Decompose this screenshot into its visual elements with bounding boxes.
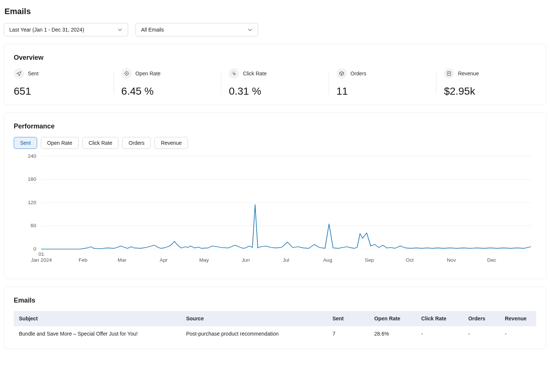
svg-text:Jun: Jun [242,258,250,263]
metric-value: 0.31 % [229,85,318,97]
table-cell: Post-purchase product recommendation [181,326,327,342]
col-click-rate[interactable]: Click Rate [416,311,463,326]
date-range-value: Last Year (Jan 1 - Dec 31, 2024) [9,27,84,33]
metric-value: 6.45 % [121,85,210,97]
col-source[interactable]: Source [181,311,327,326]
tab-orders[interactable]: Orders [122,137,151,149]
open-icon [121,68,132,79]
date-range-dropdown[interactable]: Last Year (Jan 1 - Dec 31, 2024) [4,23,128,36]
svg-text:120: 120 [28,200,36,205]
svg-rect-2 [448,72,451,76]
overview-title: Overview [14,54,536,62]
metric-label: Orders [351,71,367,76]
table-cell: - [416,326,463,342]
metric-label: Revenue [458,71,479,76]
tab-revenue[interactable]: Revenue [154,137,188,149]
performance-title: Performance [14,122,536,130]
table-cell: Bundle and Save More – Special Offer Jus… [14,326,181,342]
svg-text:Jul: Jul [283,258,289,263]
metric-click_rate: Click Rate0.31 % [229,68,321,97]
performance-chart: 06012018024001Jan 2024FebMarAprMayJunJul… [14,153,536,271]
metric-label: Click Rate [243,71,267,76]
performance-card: Performance SentOpen RateClick RateOrder… [4,112,546,279]
chevron-down-icon [117,27,123,32]
send-icon [14,68,24,79]
col-orders[interactable]: Orders [463,311,499,326]
metric-label: Open Rate [136,71,161,76]
metric-sent: Sent651 [14,68,106,97]
svg-text:May: May [199,258,209,263]
col-revenue[interactable]: Revenue [499,311,536,326]
svg-text:Aug: Aug [323,258,332,263]
svg-text:0: 0 [33,246,36,252]
email-filter-dropdown[interactable]: All Emails [136,23,258,36]
tab-open-rate[interactable]: Open Rate [41,137,79,149]
metric-value: 651 [14,85,102,97]
svg-text:Nov: Nov [447,258,456,263]
svg-text:Apr: Apr [160,258,168,263]
filters-bar: Last Year (Jan 1 - Dec 31, 2024) All Ema… [4,23,546,36]
metric-orders: Orders11 [336,68,429,97]
metric-separator [436,71,436,94]
svg-text:240: 240 [28,154,36,159]
svg-text:Mar: Mar [118,258,127,263]
metric-revenue: Revenue$2.95k [444,68,536,97]
emails-table: SubjectSourceSentOpen RateClick RateOrde… [14,311,536,341]
page-title: Emails [4,7,546,16]
tab-sent[interactable]: Sent [14,137,37,149]
emails-table-card: Emails SubjectSourceSentOpen RateClick R… [4,287,546,349]
svg-text:Sep: Sep [365,258,374,263]
table-cell: - [499,326,536,342]
metric-separator [221,71,221,94]
svg-text:Dec: Dec [487,258,497,263]
table-row[interactable]: Bundle and Save More – Special Offer Jus… [14,326,536,342]
metric-value: $2.95k [444,85,533,97]
col-subject[interactable]: Subject [14,311,181,326]
emails-table-title: Emails [14,297,536,304]
metric-value: 11 [336,85,425,97]
overview-card: Overview Sent651Open Rate6.45 %Click Rat… [4,44,546,105]
performance-tabs: SentOpen RateClick RateOrdersRevenue [14,137,536,149]
metric-separator [329,71,329,94]
table-cell: 28.6% [369,326,416,342]
svg-text:Jan 2024: Jan 2024 [31,258,52,263]
table-cell: 7 [327,326,369,342]
metric-open_rate: Open Rate6.45 % [121,68,214,97]
revenue-icon [444,68,454,79]
svg-text:Feb: Feb [79,258,88,263]
metric-separator [114,71,114,94]
metric-label: Sent [28,71,39,76]
email-filter-value: All Emails [141,27,164,33]
svg-text:Oct: Oct [406,258,414,263]
tab-click-rate[interactable]: Click Rate [82,137,119,149]
table-cell: - [463,326,499,342]
svg-point-1 [126,73,127,74]
col-sent[interactable]: Sent [327,311,369,326]
chevron-down-icon [247,27,253,32]
orders-icon [336,68,347,79]
svg-text:01: 01 [39,252,44,257]
svg-text:60: 60 [30,223,36,228]
svg-text:180: 180 [28,177,36,182]
click-icon [229,68,239,79]
col-open-rate[interactable]: Open Rate [369,311,416,326]
